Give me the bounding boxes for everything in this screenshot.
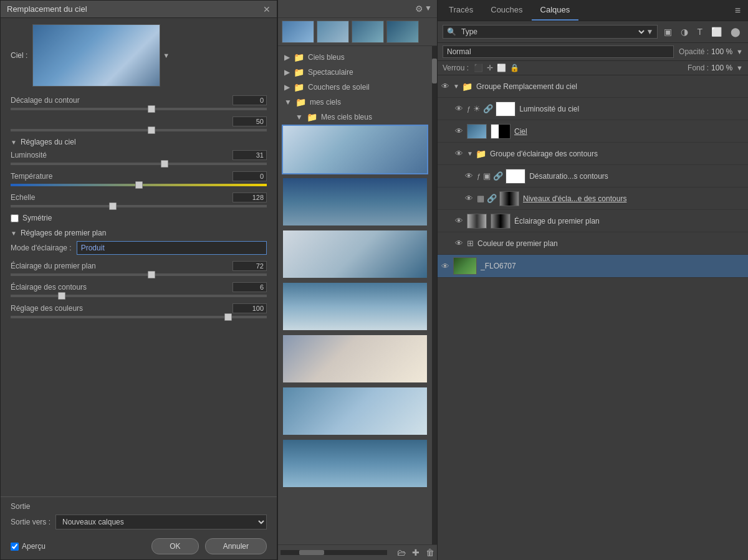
sky-thumb-5[interactable] <box>282 334 428 384</box>
expand-groupe-eclairage[interactable]: ▼ <box>467 150 473 157</box>
regla-couleurs-value[interactable] <box>233 303 267 313</box>
folder-arrow-4: ▼ <box>284 98 292 107</box>
delete-item-button[interactable]: 🗑 <box>426 548 434 558</box>
apercu-checkbox[interactable] <box>11 543 19 551</box>
sky-thumb-6[interactable] <box>282 386 428 436</box>
lock-move-icon[interactable]: ✛ <box>487 64 493 72</box>
annuler-button[interactable]: Annuler <box>205 538 267 554</box>
top-thumb-4[interactable] <box>386 21 419 43</box>
eclairage-pp-value[interactable] <box>233 261 267 271</box>
filter-pixel-button[interactable]: ▣ <box>661 26 674 38</box>
new-folder-button[interactable]: 🗁 <box>397 548 406 558</box>
layer-row-groupe-remplacement[interactable]: 👁 ▼ 📁 Groupe Remplacement du ciel <box>438 75 748 98</box>
layer-row-groupe-eclairage[interactable]: 👁 ▼ 📁 Groupe d'éclairage des contours <box>438 143 748 165</box>
temperature-slider[interactable] <box>11 184 267 186</box>
search-box[interactable]: 🔍 Type Nom Effet ▼ <box>443 25 658 39</box>
eye-luminosite[interactable]: 👁 <box>455 104 463 113</box>
blend-mode-select[interactable]: Normal Produit Incrustation <box>443 45 674 58</box>
layer-name-eclairage-pp: Éclairage du premier plan <box>514 217 744 225</box>
opacity-arrow[interactable]: ▼ <box>736 48 743 55</box>
opacity-value[interactable]: 100 % <box>711 47 732 56</box>
eye-desaturation[interactable]: 👁 <box>465 171 473 181</box>
layer-thumb-desaturation <box>506 169 525 184</box>
folder-couchers[interactable]: ▶ 📁 Couchers de soleil <box>278 80 432 95</box>
subfolder-mes-ciels-bleus[interactable]: ▼ 📁 Mes ciels bleus <box>278 110 432 125</box>
symetrie-checkbox[interactable] <box>11 214 19 222</box>
expand-groupe-remplacement[interactable]: ▼ <box>453 83 459 90</box>
sortie-select[interactable]: Nouveaux calques Dupliquer calques <box>55 515 267 529</box>
layer-row-eclairage-pp[interactable]: 👁 Éclairage du premier plan <box>438 210 748 232</box>
folder-arrow-2: ▶ <box>284 68 290 77</box>
folder-spectaculaire[interactable]: ▶ 📁 Spectaculaire <box>278 65 432 80</box>
sky-preview-arrow[interactable]: ▼ <box>163 52 170 59</box>
eclairage-contours-slider[interactable] <box>11 295 267 297</box>
close-button[interactable]: ✕ <box>263 5 271 14</box>
contour-value[interactable] <box>233 116 267 126</box>
folder-ciels-bleus[interactable]: ▶ 📁 Ciels bleus <box>278 50 432 65</box>
luminosite-value[interactable] <box>233 150 267 160</box>
filter-text-button[interactable]: T <box>694 26 705 38</box>
fill-value[interactable]: 100 % <box>711 64 732 72</box>
fill-arrow[interactable]: ▼ <box>736 64 743 72</box>
eye-eclairage-pp[interactable]: 👁 <box>455 216 463 225</box>
top-thumb-1[interactable] <box>282 21 314 43</box>
horizontal-scrollbar[interactable] <box>280 550 387 555</box>
ok-button[interactable]: OK <box>151 538 198 554</box>
filter-smartobj-button[interactable]: ⬤ <box>728 26 743 38</box>
lock-all-icon[interactable]: 🔒 <box>510 64 519 72</box>
folder-mes-ciels[interactable]: ▼ 📁 mes ciels <box>278 95 432 110</box>
temperature-value[interactable] <box>233 171 267 181</box>
eye-niveaux[interactable]: 👁 <box>465 194 473 203</box>
decalage-row: Décalage du contour <box>11 95 267 105</box>
decalage-value[interactable] <box>233 95 267 105</box>
filter-adjustment-button[interactable]: ◑ <box>678 26 691 38</box>
layer-row-couleur-pp[interactable]: 👁 ⊞ Couleur de premier plan <box>438 232 748 255</box>
eclairage-contours-value[interactable] <box>233 282 267 292</box>
eclairage-pp-slider[interactable] <box>11 273 267 276</box>
top-thumb-3[interactable] <box>352 21 384 43</box>
tab-calques[interactable]: Calques <box>532 0 579 21</box>
tab-menu-icon[interactable]: ≡ <box>730 1 746 20</box>
lock-pixel-icon[interactable]: ⬛ <box>474 64 483 72</box>
sky-thumb-1[interactable] <box>282 125 428 174</box>
mode-eclairage-select[interactable]: Produit Normal Lumière tamisée <box>77 241 267 255</box>
echelle-value[interactable] <box>233 192 267 202</box>
lock-artboard-icon[interactable]: ⬜ <box>497 64 506 72</box>
add-item-button[interactable]: ✚ <box>412 548 420 558</box>
layer-row-niveaux[interactable]: 👁 ▦ 🔗 Niveaux d'écla...e des contours <box>438 187 748 210</box>
decalage-slider[interactable] <box>11 108 267 110</box>
regla-couleurs-label: Réglage des couleurs <box>11 304 233 313</box>
layer-row-desaturation[interactable]: 👁 ƒ ▣ 🔗 Désaturatio...s contours <box>438 165 748 187</box>
middle-scrollbar[interactable] <box>432 46 437 544</box>
eye-groupe-remplacement[interactable]: 👁 <box>441 82 449 91</box>
reglages-pp-header[interactable]: ▼ Réglages de premier plan <box>11 229 267 237</box>
contour-slider[interactable] <box>11 129 267 131</box>
sky-thumb-2[interactable] <box>282 177 428 227</box>
right-panel: Tracés Couches Calques ≡ 🔍 Type Nom Effe… <box>438 0 748 560</box>
symetrie-row[interactable]: Symétrie <box>11 214 267 222</box>
echelle-slider[interactable] <box>11 205 267 207</box>
layer-row-flo6707[interactable]: 👁 _FLO6707 <box>438 255 748 278</box>
luminosite-slider[interactable] <box>11 163 267 165</box>
folder-icon-1: 📁 <box>294 52 304 62</box>
sky-grid <box>278 125 432 488</box>
eye-couleur-pp[interactable]: 👁 <box>455 239 463 248</box>
gear-icon[interactable]: ⚙ <box>415 4 423 14</box>
eye-groupe-eclairage[interactable]: 👁 <box>455 149 463 158</box>
reglages-ciel-header[interactable]: ▼ Réglages du ciel <box>11 138 267 146</box>
tab-traces[interactable]: Tracés <box>440 0 482 21</box>
top-thumb-2[interactable] <box>317 21 349 43</box>
reglages-pp-label: Réglages de premier plan <box>21 229 106 237</box>
sky-thumb-3[interactable] <box>282 229 428 279</box>
filter-shape-button[interactable]: ⬜ <box>709 26 724 38</box>
tab-couches[interactable]: Couches <box>482 0 531 21</box>
eye-flo6707[interactable]: 👁 <box>441 262 449 271</box>
layer-row-luminosite[interactable]: 👁 ƒ ☀ 🔗 Luminosité du ciel <box>438 98 748 120</box>
search-select[interactable]: Type Nom Effet <box>459 27 646 37</box>
eye-ciel[interactable]: 👁 <box>455 126 463 136</box>
layer-row-ciel[interactable]: 👁 Ciel <box>438 120 748 143</box>
sky-thumb-4[interactable] <box>282 282 428 331</box>
sky-thumb-7[interactable] <box>282 439 428 488</box>
regla-couleurs-slider[interactable] <box>11 316 267 318</box>
fx-desaturation: ƒ <box>477 173 481 180</box>
